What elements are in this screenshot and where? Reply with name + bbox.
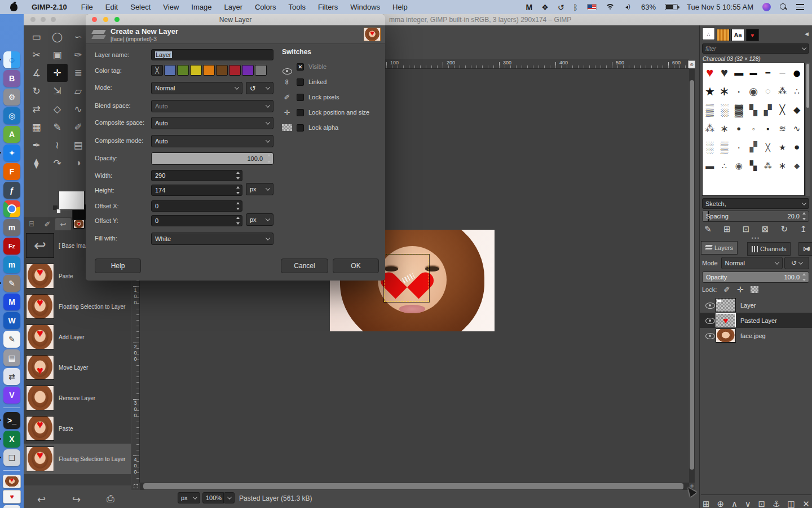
lock-position-icon[interactable]: ✛ xyxy=(737,285,744,294)
tab-tool-preset-icon[interactable]: ⌸ xyxy=(24,218,39,230)
rectangle-select-tool[interactable]: ▭ xyxy=(26,28,47,46)
menu-select[interactable]: Select xyxy=(124,3,157,11)
dialog-titlebar[interactable]: New Layer xyxy=(86,14,385,25)
menu-filters[interactable]: Filters xyxy=(312,3,344,11)
menu-colors[interactable]: Colors xyxy=(249,3,283,11)
brush-item[interactable]: ∴ xyxy=(789,82,804,100)
layer-visibility-icon[interactable] xyxy=(705,301,715,309)
color-tag-6[interactable] xyxy=(242,65,254,76)
color-tag-7[interactable] xyxy=(255,65,267,76)
checkbox-visible[interactable]: ✕ xyxy=(297,63,304,71)
brush-item[interactable]: ◌ xyxy=(761,82,775,100)
tab-channels[interactable]: Channels xyxy=(747,242,791,256)
opacity-slider[interactable]: 100.0 xyxy=(151,152,273,165)
brush-item[interactable]: · xyxy=(731,138,746,156)
brush-item[interactable]: ● xyxy=(789,138,804,156)
volume-icon[interactable] xyxy=(624,4,632,11)
zoom-dropdown[interactable] xyxy=(224,492,235,503)
brush-item[interactable]: ╳ xyxy=(761,138,775,156)
dock-app-filezilla[interactable]: Fz xyxy=(3,238,20,255)
checkbox-lock-position-and-size[interactable] xyxy=(297,109,304,116)
refresh-brushes-button[interactable]: ↻ xyxy=(781,224,788,234)
brush-grid-scrollbar[interactable] xyxy=(806,63,810,196)
menu-view[interactable]: View xyxy=(157,3,185,11)
help-button[interactable]: Help xyxy=(95,259,141,273)
layer-opacity-slider[interactable]: Opacity 100.0 xyxy=(702,271,809,283)
dock-app-word[interactable]: W xyxy=(3,312,20,329)
menu-app-name[interactable]: GIMP-2.10 xyxy=(25,3,75,11)
brush-item[interactable]: ⁂ xyxy=(775,82,790,100)
dock-app-terminal[interactable]: >_ xyxy=(3,412,20,429)
smudge-tool[interactable]: ↷ xyxy=(47,154,68,172)
blur-tool[interactable]: ⧫ xyxy=(26,154,47,172)
swap-colors-icon[interactable] xyxy=(53,205,61,213)
layer-visibility-icon[interactable] xyxy=(705,317,715,324)
dock-app-bluefish[interactable]: ƒ xyxy=(3,182,20,199)
move-tool[interactable]: ✛ xyxy=(47,64,68,82)
dock-app-preview[interactable]: ❏ xyxy=(3,449,20,466)
mode-switch-button[interactable]: ↺ xyxy=(246,82,273,94)
notification-center-icon[interactable] xyxy=(796,4,804,10)
history-item[interactable]: ♥Remove Layer xyxy=(24,383,131,413)
dock-app-app-disc[interactable]: ◎ xyxy=(3,107,20,124)
selection-rectangle[interactable] xyxy=(384,255,429,302)
color-tag-4[interactable] xyxy=(216,65,228,76)
input-source-flag-icon[interactable] xyxy=(587,4,597,10)
history-item[interactable]: ♥Add Layer xyxy=(24,322,131,352)
width-input[interactable]: 290 xyxy=(151,170,242,181)
layer-row-pasted-layer[interactable]: ♥Pasted Layer xyxy=(700,313,812,328)
vertical-scrollbar-thumb[interactable] xyxy=(690,80,694,470)
tab-paths[interactable]: ⋈ Paths xyxy=(798,242,812,256)
dock-app-firefox[interactable]: F xyxy=(3,163,20,180)
brush-item[interactable]: ▚ xyxy=(746,100,761,119)
raise-layer-button[interactable]: ∧ xyxy=(731,499,738,508)
open-brush-as-image-button[interactable]: ↥ xyxy=(800,224,807,234)
brush-filter-input[interactable]: filter xyxy=(702,43,809,54)
menu-file[interactable]: File xyxy=(75,3,99,11)
brush-item[interactable]: ╳ xyxy=(775,100,790,119)
brush-item[interactable]: ∗ xyxy=(775,156,790,175)
dock-app-mirror[interactable]: ⇄ xyxy=(3,368,20,385)
tab-patterns-icon[interactable] xyxy=(717,29,730,41)
checkbox-linked[interactable] xyxy=(297,78,304,86)
brush-item[interactable]: ▚ xyxy=(746,156,761,175)
dropbox-icon[interactable]: ❖ xyxy=(541,3,549,12)
merge-layer-button[interactable]: ◫ xyxy=(787,499,795,508)
ellipse-select-tool[interactable]: ◯ xyxy=(47,28,68,46)
brush-item[interactable]: ░ xyxy=(717,100,732,119)
zoom-value[interactable]: 100% xyxy=(202,492,224,503)
horizontal-scrollbar[interactable] xyxy=(140,483,689,490)
duplicate-layer-button[interactable]: ⊡ xyxy=(758,499,766,508)
bluetooth-icon[interactable]: ᛒ xyxy=(573,3,578,12)
size-unit-dropdown[interactable]: px xyxy=(246,183,273,195)
fill-with-dropdown[interactable]: White xyxy=(151,233,273,245)
tab-brushes-icon[interactable]: ∴ xyxy=(702,28,715,40)
scissors-select-tool[interactable]: ✂ xyxy=(26,46,47,64)
gradient-tool[interactable]: ▦ xyxy=(26,118,47,136)
dock-app-bbedit[interactable]: B xyxy=(3,70,20,87)
brush-item[interactable]: ∴ xyxy=(717,156,732,175)
window-minimize-button[interactable] xyxy=(41,17,46,22)
brush-item[interactable]: ◉ xyxy=(746,82,761,100)
dock-app-malwarebytes[interactable]: M xyxy=(3,294,20,310)
menu-image[interactable]: Image xyxy=(185,3,218,11)
ok-button[interactable]: OK xyxy=(333,259,379,273)
brush-item[interactable]: ◉ xyxy=(731,156,746,175)
brush-item[interactable]: ★ xyxy=(703,82,717,100)
quick-mask-toggle[interactable] xyxy=(131,483,140,490)
tab-fonts-icon[interactable]: Aa xyxy=(731,29,744,41)
color-tag-1[interactable] xyxy=(177,65,189,76)
cancel-button[interactable]: Cancel xyxy=(281,259,328,273)
malwarebytes-icon[interactable]: M xyxy=(526,3,533,12)
dock-app-gimp[interactable]: ✎ xyxy=(3,275,20,292)
brush-item[interactable]: ▬ xyxy=(703,156,717,175)
layer-mode-switch-button[interactable]: ↺ xyxy=(784,257,809,269)
layer-row-layer[interactable]: Layer xyxy=(700,297,812,313)
print-button[interactable]: ⎙ xyxy=(107,493,114,505)
brush-item[interactable]: ♥ xyxy=(703,63,717,82)
duplicate-brush-button[interactable]: ⊡ xyxy=(743,224,750,234)
anchor-layer-button[interactable]: ⚓ xyxy=(773,499,780,508)
menu-clock[interactable]: Tue Nov 5 10:55 AM xyxy=(687,3,753,11)
height-input[interactable]: 174 xyxy=(151,185,242,196)
lock-alpha-icon[interactable] xyxy=(751,286,758,293)
